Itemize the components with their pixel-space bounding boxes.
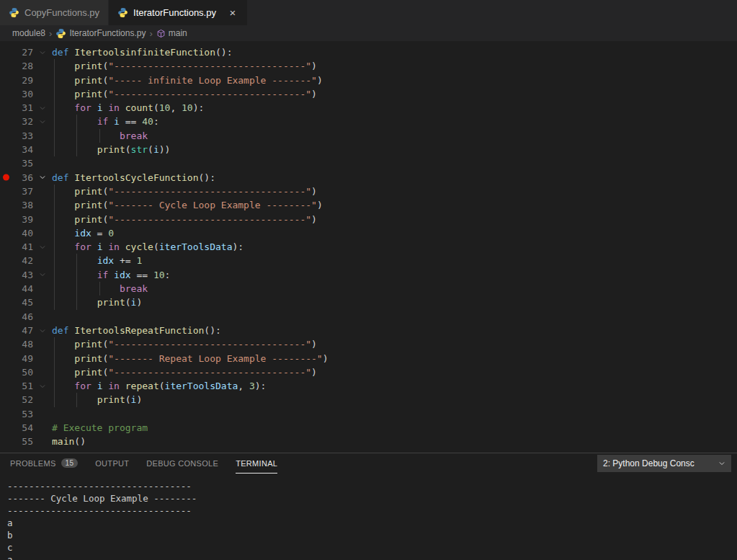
gutter-glyph[interactable] (0, 421, 14, 435)
code-line[interactable]: 39 print("------------------------------… (0, 213, 737, 226)
gutter-glyph[interactable] (0, 87, 14, 101)
terminal-line: c (7, 541, 737, 554)
fold-chevron-icon[interactable] (33, 101, 52, 115)
gutter-glyph[interactable] (0, 101, 14, 115)
code-line[interactable]: 29 print("----- infinite Loop Example --… (0, 74, 737, 87)
fold-chevron-icon[interactable] (33, 240, 52, 254)
code-line[interactable]: 45 print(i) (0, 295, 737, 309)
code-line[interactable]: 52 print(i) (0, 393, 737, 406)
code-line[interactable]: 50 print("------------------------------… (0, 365, 737, 379)
gutter-glyph[interactable] (0, 185, 14, 198)
gutter-glyph[interactable] (0, 407, 14, 421)
tab-label: CopyFunctions.py (24, 7, 99, 18)
gutter-glyph[interactable] (0, 198, 14, 212)
breadcrumb-item-module8[interactable]: module8 (12, 28, 45, 38)
code-line[interactable]: 55main() (0, 435, 737, 448)
fold-spacer (33, 198, 52, 212)
code-line[interactable]: 30 print("------------------------------… (0, 87, 737, 101)
gutter-glyph[interactable] (0, 282, 14, 295)
fold-chevron-icon[interactable] (33, 115, 52, 128)
gutter-glyph[interactable] (0, 295, 14, 309)
terminal-output[interactable]: ----------------------------------------… (0, 474, 737, 560)
fold-chevron-icon[interactable] (33, 324, 52, 337)
code-line[interactable]: 54# Execute program (0, 421, 737, 435)
line-number: 41 (14, 240, 33, 254)
code-line[interactable]: 27def ItertoolsinfiniteFunction(): (0, 45, 737, 59)
breadcrumb-item-IteratorFunctions.py[interactable]: IteratorFunctions.py (55, 28, 146, 39)
fold-chevron-icon[interactable] (33, 379, 52, 393)
gutter-glyph[interactable] (0, 352, 14, 365)
indent-guide (54, 226, 55, 240)
code-editor[interactable]: 27def ItertoolsinfiniteFunction():28 pri… (0, 41, 737, 453)
code-line[interactable]: 31 for i in count(10, 10): (0, 101, 737, 115)
code-line[interactable]: 38 print("------- Cycle Loop Example ---… (0, 198, 737, 212)
line-number: 34 (14, 143, 33, 156)
gutter-glyph[interactable] (0, 254, 14, 267)
gutter-glyph[interactable] (0, 240, 14, 254)
gutter-glyph[interactable] (0, 365, 14, 379)
gutter-glyph[interactable] (0, 310, 14, 324)
gutter-glyph[interactable] (0, 324, 14, 337)
fold-spacer (33, 59, 52, 73)
code-line[interactable]: 46 (0, 310, 737, 324)
panel-tab-debug-console[interactable]: DEBUG CONSOLE (146, 453, 218, 474)
code-line[interactable]: 37 print("------------------------------… (0, 185, 737, 198)
gutter-glyph[interactable] (0, 115, 14, 128)
code-text: print("---------------------------------… (52, 185, 737, 198)
breadcrumb-label: main (169, 28, 187, 38)
code-text: print(str(i)) (52, 143, 737, 156)
fold-chevron-icon[interactable] (33, 171, 52, 185)
gutter-glyph[interactable] (0, 337, 14, 351)
code-line[interactable]: 33 break (0, 129, 737, 143)
gutter-glyph[interactable] (0, 143, 14, 156)
gutter-glyph[interactable] (0, 226, 14, 240)
indent-guide (54, 115, 55, 128)
line-number: 33 (14, 129, 33, 143)
panel-tabs: PROBLEMS15OUTPUTDEBUG CONSOLETERMINAL (10, 453, 295, 474)
gutter-glyph[interactable] (0, 213, 14, 226)
code-text: def ItertoolsRepeatFunction(): (52, 324, 737, 337)
code-line[interactable]: 32 if i == 40: (0, 115, 737, 128)
code-line[interactable]: 35 (0, 156, 737, 170)
gutter-glyph[interactable] (0, 129, 14, 143)
breakpoint-icon[interactable] (3, 174, 9, 181)
gutter-glyph[interactable] (0, 45, 14, 59)
code-line[interactable]: 44 break (0, 282, 737, 295)
line-number: 35 (14, 156, 33, 170)
code-line[interactable]: 41 for i in cycle(iterToolsData): (0, 240, 737, 254)
close-icon[interactable]: × (227, 7, 238, 19)
symbol-icon (156, 29, 166, 38)
breadcrumb-item-main[interactable]: main (156, 28, 187, 38)
indent-guide (76, 254, 77, 267)
code-line[interactable]: 42 idx += 1 (0, 254, 737, 267)
code-line[interactable]: 51 for i in repeat(iterToolsData, 3): (0, 379, 737, 393)
code-line[interactable]: 43 if idx == 10: (0, 268, 737, 282)
gutter-glyph[interactable] (0, 74, 14, 87)
breakpoint-gutter[interactable] (0, 171, 14, 185)
code-line[interactable]: 47def ItertoolsRepeatFunction(): (0, 324, 737, 337)
gutter-glyph[interactable] (0, 268, 14, 282)
terminal-picker-dropdown[interactable]: 2: Python Debug Consc (597, 455, 731, 472)
code-line[interactable]: 40 idx = 0 (0, 226, 737, 240)
code-line[interactable]: 36def ItertoolsCycleFunction(): (0, 171, 737, 185)
fold-chevron-icon[interactable] (33, 268, 52, 282)
code-line[interactable]: 34 print(str(i)) (0, 143, 737, 156)
editor-tab-CopyFunctions.py[interactable]: CopyFunctions.py (0, 0, 109, 25)
panel-tab-output[interactable]: OUTPUT (95, 453, 129, 474)
indent-guide (54, 87, 55, 101)
code-line[interactable]: 49 print("------- Repeat Loop Example --… (0, 352, 737, 365)
code-line[interactable]: 48 print("------------------------------… (0, 337, 737, 351)
fold-chevron-icon[interactable] (33, 45, 52, 59)
indent-guide (54, 213, 55, 226)
panel-tab-label: TERMINAL (236, 459, 277, 468)
panel-tab-problems[interactable]: PROBLEMS15 (10, 453, 78, 474)
gutter-glyph[interactable] (0, 379, 14, 393)
code-line[interactable]: 28 print("------------------------------… (0, 59, 737, 73)
panel-tab-terminal[interactable]: TERMINAL (236, 453, 277, 474)
gutter-glyph[interactable] (0, 435, 14, 448)
code-line[interactable]: 53 (0, 407, 737, 421)
gutter-glyph[interactable] (0, 156, 14, 170)
editor-tab-IteratorFunctions.py[interactable]: IteratorFunctions.py× (109, 0, 248, 25)
gutter-glyph[interactable] (0, 393, 14, 406)
gutter-glyph[interactable] (0, 59, 14, 73)
